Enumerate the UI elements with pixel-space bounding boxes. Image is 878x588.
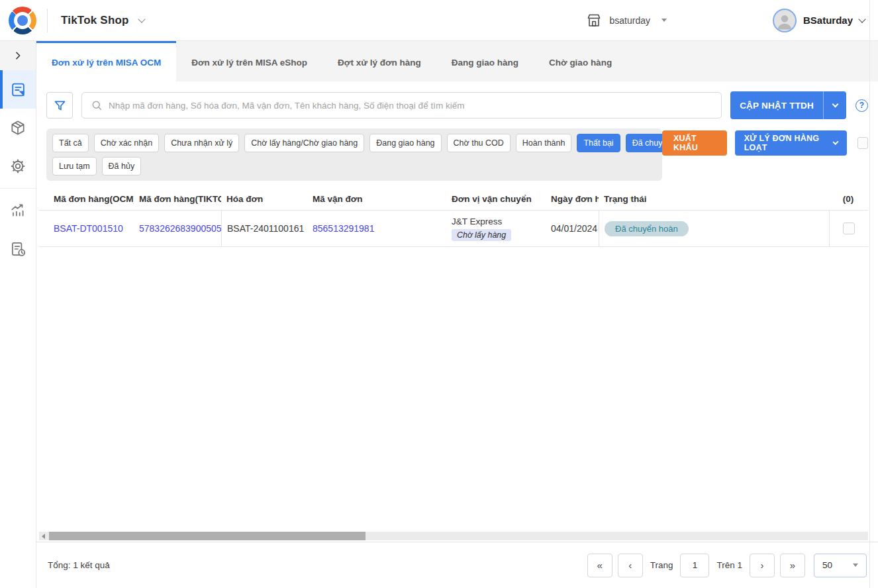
column-header-invoice: Hóa đơn [221, 194, 307, 204]
sidebar-item-analytics[interactable] [0, 191, 36, 230]
chips-line-1: Tất cả Chờ xác nhận Chưa nhận xử lý Chờ … [52, 134, 656, 152]
previous-page-button[interactable]: ‹ [618, 554, 643, 577]
sidebar [0, 41, 36, 588]
page-number-input[interactable] [680, 554, 709, 577]
user-menu[interactable]: BSaturday [773, 9, 865, 32]
chip-not-processed[interactable]: Chưa nhận xử lý [164, 134, 239, 152]
tab-misa-eshop[interactable]: Đơn xử lý trên MISA eShop [176, 41, 322, 81]
document-clock-icon [9, 240, 26, 258]
chevron-down-icon [858, 15, 865, 23]
tracking-number-link[interactable]: 856513291981 [313, 223, 374, 234]
status-badge: Đã chuyển hoàn [605, 221, 689, 236]
select-all-checkbox[interactable] [857, 137, 868, 149]
carrier-status-badge: Chờ lấy hàng [452, 229, 511, 241]
sidebar-item-reports[interactable] [0, 230, 36, 268]
page-label: Trang [650, 560, 673, 570]
page-title: TikTok Shop [61, 14, 129, 27]
horizontal-scrollbar-thumb[interactable] [49, 532, 366, 540]
sidebar-item-settings[interactable] [0, 147, 36, 185]
scroll-left-arrow-icon[interactable] [42, 534, 45, 539]
status-chips-group: Tất cả Chờ xác nhận Chưa nhận xử lý Chờ … [46, 128, 662, 181]
table-header: Mã đơn hàng(OCM) Mã đơn hàng(TIKTOK) Hóa… [39, 187, 868, 210]
chip-cancelled[interactable]: Đã hủy [102, 157, 142, 175]
footer: Tổng: 1 kết quả « ‹ Trang Trên 1 › » 50 [36, 542, 878, 588]
bulk-process-button[interactable]: XỬ LÝ ĐƠN HÀNG LOẠT [735, 130, 848, 156]
sidebar-item-products[interactable] [0, 109, 36, 147]
shop-name: bsaturday [609, 15, 650, 26]
channel-switcher[interactable]: TikTok Shop [61, 14, 144, 27]
chip-awaiting-cod[interactable]: Chờ thu COD [447, 134, 511, 152]
column-header-order-date: Ngày đơn hàng [546, 194, 599, 204]
chip-draft[interactable]: Lưu tạm [52, 157, 97, 175]
page-size-value: 50 [822, 560, 832, 570]
last-page-button[interactable]: » [780, 554, 805, 577]
cell-tracking: 856513291981 [307, 211, 446, 246]
row-checkbox[interactable] [843, 222, 855, 234]
chip-failed[interactable]: Thất bại [577, 134, 620, 152]
update-shipping-status-button: CẬP NHẬT TTDH [730, 91, 846, 119]
tab-bar: Đơn xử lý trên MISA OCM Đơn xử lý trên M… [36, 41, 878, 81]
horizontal-scrollbar[interactable] [39, 532, 868, 540]
cell-tiktok-id: 578326268390050565 [134, 211, 221, 246]
cell-row-select [829, 211, 867, 246]
chip-shipping[interactable]: Đang giao hàng [369, 134, 441, 152]
order-management-page: TikTok Shop bsaturday BSaturday [0, 0, 878, 588]
caret-down-icon [853, 564, 858, 567]
first-page-button[interactable]: « [587, 554, 612, 577]
misa-ocm-logo-icon [9, 7, 36, 34]
empty-area [36, 247, 878, 532]
chips-line-2: Lưu tạm Đã hủy [52, 157, 656, 175]
chip-awaiting-confirm[interactable]: Chờ xác nhận [94, 134, 159, 152]
chevron-down-icon [833, 139, 839, 145]
storefront-icon [586, 13, 602, 28]
trend-chart-icon [9, 202, 26, 219]
shop-switcher[interactable]: bsaturday [586, 13, 666, 28]
tab-shipping[interactable]: Đang giao hàng [436, 41, 534, 81]
chip-completed[interactable]: Hoàn thành [516, 134, 572, 152]
table-row: BSAT-DT001510 578326268390050565 BSAT-24… [39, 210, 868, 247]
update-dropdown-toggle[interactable] [823, 91, 846, 119]
content-area: Đơn xử lý trên MISA OCM Đơn xử lý trên M… [36, 41, 878, 588]
sidebar-expand-button[interactable] [0, 41, 36, 70]
bulk-actions: XUẤT KHẨU XỬ LÝ ĐƠN HÀNG LOẠT [662, 128, 868, 156]
cell-order-date: 04/01/2024 [546, 211, 599, 246]
search-icon [91, 99, 103, 111]
chevron-down-icon [832, 101, 838, 108]
chip-all[interactable]: Tất cả [52, 134, 89, 152]
search-box [81, 92, 722, 119]
column-header-ocm-id: Mã đơn hàng(OCM) [39, 194, 134, 204]
page-size-select[interactable]: 50 [814, 554, 867, 577]
column-header-status: Trạng thái [599, 194, 829, 204]
gear-icon [9, 158, 26, 175]
chip-awaiting-pickup-delivery[interactable]: Chờ lấy hàng/Chờ giao hàng [244, 134, 364, 152]
caret-down-icon [661, 19, 667, 22]
main-wrap: Đơn xử lý trên MISA OCM Đơn xử lý trên M… [0, 41, 878, 588]
tab-misa-ocm[interactable]: Đơn xử lý trên MISA OCM [36, 41, 176, 81]
update-shipping-status-label[interactable]: CẬP NHẬT TTDH [730, 91, 823, 119]
column-header-carrier: Đơn vị vận chuyển [446, 194, 546, 204]
help-button[interactable]: ? [855, 99, 868, 112]
selection-count: (0) [829, 194, 867, 204]
ocm-order-link[interactable]: BSAT-DT001510 [54, 223, 123, 234]
sidebar-divider [0, 188, 36, 189]
export-button[interactable]: XUẤT KHẨU [662, 130, 727, 156]
cell-ocm-id: BSAT-DT001510 [39, 211, 134, 246]
tab-awaiting-delivery[interactable]: Chờ giao hàng [534, 41, 627, 81]
orders-document-icon [10, 81, 26, 98]
pagination: « ‹ Trang Trên 1 › » 50 [587, 554, 867, 577]
tiktok-order-link[interactable]: 578326268390050565 [139, 223, 221, 234]
tab-batch-processing[interactable]: Đợt xử lý đơn hàng [322, 41, 436, 81]
bulk-process-label: XỬ LÝ ĐƠN HÀNG LOẠT [744, 134, 828, 152]
chevron-down-icon [138, 15, 145, 23]
status-filter-row: Tất cả Chờ xác nhận Chưa nhận xử lý Chờ … [46, 128, 868, 181]
package-cube-icon [9, 119, 26, 136]
avatar [773, 9, 797, 32]
app-header: TikTok Shop bsaturday BSaturday [0, 0, 878, 41]
cell-status: Đã chuyển hoàn [599, 211, 829, 246]
search-input[interactable] [109, 101, 712, 111]
sidebar-item-orders[interactable] [0, 70, 36, 109]
header-divider [47, 9, 48, 32]
filter-button[interactable] [46, 92, 73, 119]
next-page-button[interactable]: › [750, 554, 775, 577]
user-name: BSaturday [803, 15, 853, 26]
